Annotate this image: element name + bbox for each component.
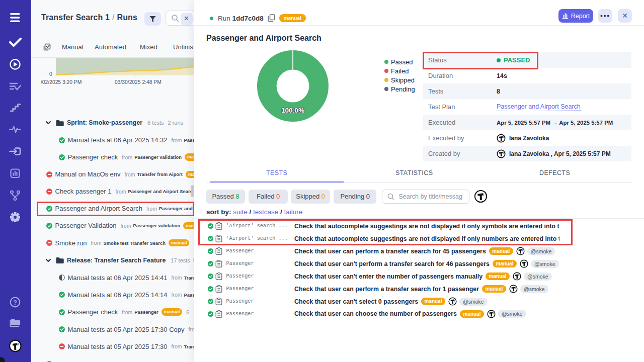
svg-text:100.0%: 100.0% — [281, 106, 304, 114]
svg-text:?: ? — [13, 299, 17, 306]
